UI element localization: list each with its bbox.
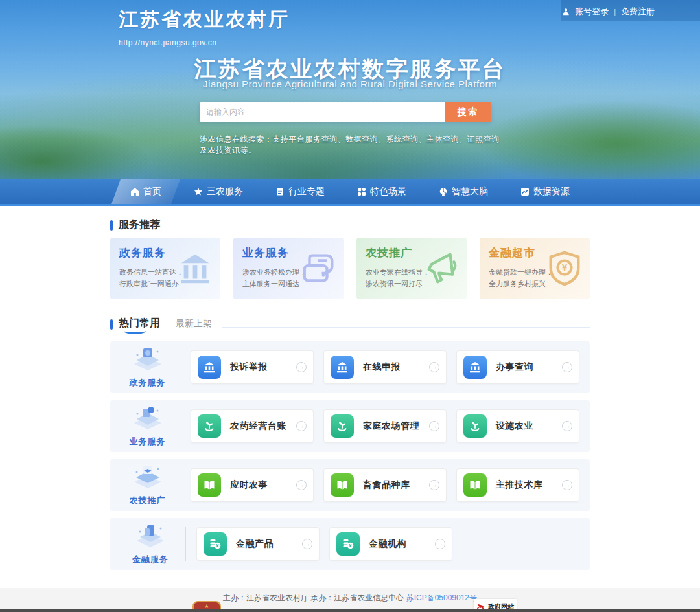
- sprout-icon: [463, 414, 487, 438]
- vertical-divider: [180, 468, 180, 503]
- service-label: 金融产品: [236, 538, 274, 550]
- svg-text:¥: ¥: [216, 543, 219, 548]
- arrow-circle-icon: →: [302, 539, 312, 549]
- icp-link[interactable]: 苏ICP备05009012号: [406, 593, 477, 602]
- recommend-card-finance[interactable]: 金融超市 金融贷款一键办理，全力服务乡村振兴 ¥: [480, 238, 590, 299]
- card-line2: 行政审批“一网通办: [119, 280, 179, 288]
- bank-icon: [198, 356, 221, 379]
- card-line2: 主体服务一网通达: [242, 280, 299, 288]
- page-footer: 主办：江苏省农业农村厅 承办：江苏省农业信息中心 苏ICP备05009012号 …: [0, 588, 700, 612]
- nav-item-home[interactable]: 首页: [116, 179, 176, 204]
- service-card-finance-org[interactable]: ¥ 金融机构 →: [329, 527, 452, 561]
- finance-3d-icon: [134, 541, 167, 552]
- category-gov[interactable]: 政务服务: [121, 346, 174, 389]
- svg-text:¥: ¥: [349, 543, 352, 548]
- nav-label: 首页: [143, 186, 161, 198]
- arrow-circle-icon: →: [435, 539, 445, 549]
- search-button[interactable]: 搜索: [445, 102, 491, 122]
- svg-text:¥: ¥: [562, 262, 567, 273]
- arrow-circle-icon: →: [296, 362, 307, 372]
- service-label: 主推技术库: [496, 479, 543, 491]
- bank-icon: [331, 356, 354, 379]
- service-card-online-declare[interactable]: 在线申报 →: [323, 350, 447, 384]
- megaphone-icon: [423, 249, 460, 289]
- service-group-gov: 政务服务 投诉举报 → 在线申报 → 办事查询 →: [110, 341, 590, 393]
- nav-item-industry[interactable]: 行业专题: [261, 179, 339, 204]
- service-label: 办事查询: [496, 361, 533, 373]
- arrow-circle-icon: →: [429, 362, 439, 372]
- service-card-affair-query[interactable]: 办事查询 →: [456, 350, 579, 384]
- bank-icon: [463, 356, 487, 379]
- recommend-card-agritech[interactable]: 农技推广 农业专家在线指导，涉农资讯一网打尽: [356, 238, 467, 299]
- card-line1: 农业专家在线指导，: [366, 268, 430, 276]
- service-card-family-farm[interactable]: 家庭农场管理 →: [323, 409, 447, 443]
- nav-label: 智慧大脑: [452, 186, 488, 198]
- nav-item-data[interactable]: 数据资源: [506, 179, 584, 204]
- category-finance[interactable]: 金融服务: [121, 523, 180, 565]
- vertical-divider: [180, 350, 180, 385]
- nav-item-brain[interactable]: 智慧大脑: [425, 179, 502, 204]
- service-label: 投诉举报: [230, 361, 268, 373]
- nav-label: 数据资源: [533, 186, 570, 198]
- footer-host-info: 主办：江苏省农业农村厅 承办：江苏省农业信息中心: [223, 593, 404, 602]
- login-link[interactable]: 账号登录: [575, 6, 609, 17]
- user-icon: [562, 8, 570, 16]
- service-card-livestock-db[interactable]: 畜禽品种库 →: [323, 468, 447, 502]
- sprout-icon: [198, 414, 221, 438]
- brain-icon: [439, 187, 448, 196]
- service-label: 畜禽品种库: [363, 479, 410, 491]
- search-input[interactable]: [200, 102, 445, 122]
- service-label: 在线申报: [363, 361, 401, 373]
- login-area: 账号登录 | 免费注册: [562, 6, 655, 17]
- category-label: 金融服务: [121, 554, 180, 565]
- category-agritech[interactable]: 农技推广: [121, 464, 174, 506]
- search-bar: 搜索: [200, 102, 491, 122]
- arrow-circle-icon: →: [562, 362, 572, 372]
- arrow-circle-icon: →: [296, 480, 307, 490]
- section-bar: [110, 319, 113, 330]
- tab-newest[interactable]: 最新上架: [176, 318, 212, 334]
- service-card-facility-agri[interactable]: 设施农业 →: [456, 409, 579, 443]
- tab-hot-common[interactable]: 热门常用: [119, 317, 160, 334]
- section-bar: [110, 220, 113, 231]
- category-label: 农技推广: [121, 495, 174, 506]
- coins-icon: ¥: [336, 532, 360, 556]
- service-group-agritech: 农技推广 应时农事 → 畜禽品种库 → 主推技术库 →: [110, 459, 590, 511]
- arrow-circle-icon: →: [562, 480, 572, 490]
- card-line2: 全力服务乡村振兴: [489, 280, 546, 288]
- vertical-divider: [180, 409, 180, 444]
- bottom-strip: [0, 609, 700, 612]
- grid-icon: [357, 187, 366, 196]
- card-line2: 涉农资讯一网打尽: [366, 280, 423, 288]
- nav-item-scenes[interactable]: 特色场景: [343, 179, 421, 204]
- nav-item-sannong[interactable]: 三农服务: [180, 179, 257, 204]
- register-link[interactable]: 免费注册: [621, 6, 655, 17]
- vertical-divider: [185, 527, 186, 561]
- star-icon: [194, 187, 203, 196]
- service-group-business: 业务服务 农药经营台账 → 家庭农场管理 → 设施农业 →: [110, 400, 590, 452]
- arrow-circle-icon: →: [429, 421, 439, 431]
- hero-banner: 账号登录 | 免费注册 江苏省农业农村厅 http://nynct.jiangs…: [0, 0, 700, 179]
- service-card-seasonal-farming[interactable]: 应时农事 →: [191, 468, 314, 502]
- gov-3d-icon: [132, 364, 164, 375]
- recommend-title: 服务推荐: [119, 218, 160, 232]
- service-card-finance-product[interactable]: ¥ 金融产品 →: [196, 527, 320, 561]
- arrow-circle-icon: →: [296, 421, 307, 431]
- service-card-pesticide-ledger[interactable]: 农药经营台账 →: [191, 409, 314, 443]
- recommend-card-business[interactable]: 业务服务 涉农业务轻松办理，主体服务一网通达: [233, 238, 344, 299]
- nav-label: 行业专题: [288, 186, 325, 198]
- service-card-main-tech-db[interactable]: 主推技术库 →: [456, 468, 579, 502]
- category-business[interactable]: 业务服务: [121, 405, 174, 448]
- hot-section-header: 热门常用 最新上架: [110, 317, 590, 334]
- home-icon: [130, 187, 139, 196]
- site-logo[interactable]: 江苏省农业农村厅 http://nynct.jiangsu.gov.cn: [119, 6, 290, 47]
- business-3d-icon: [132, 423, 164, 434]
- service-card-complaint[interactable]: 投诉举报 →: [191, 350, 314, 384]
- login-separator: |: [614, 8, 616, 16]
- card-line1: 涉农业务轻松办理，: [242, 268, 307, 276]
- bank-outline-icon: [176, 249, 214, 289]
- shield-yen-icon: ¥: [546, 249, 583, 289]
- recommend-card-gov[interactable]: 政务服务 政务信息一站直达，行政审批“一网通办: [110, 238, 220, 299]
- category-label: 政务服务: [121, 377, 174, 389]
- service-label: 应时农事: [230, 479, 268, 491]
